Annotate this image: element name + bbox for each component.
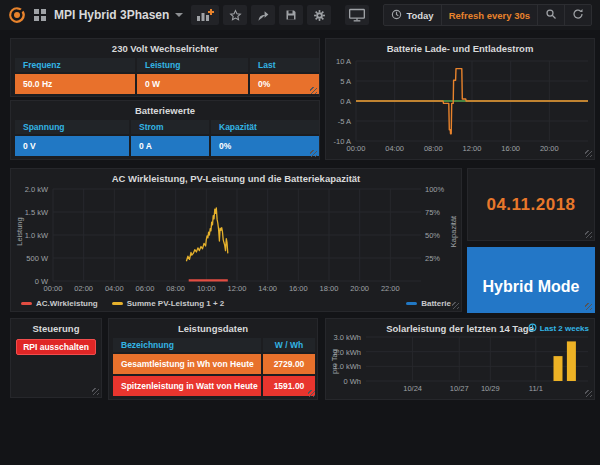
axis-tick-label: 100% <box>425 185 449 194</box>
value-cell-last: 0% <box>250 74 319 94</box>
y-axis-label-left: Leistung <box>15 202 24 262</box>
column-header[interactable]: Last <box>250 58 319 72</box>
column-header[interactable]: Spannung <box>15 120 129 134</box>
axis-tick-label: 2.0 kW <box>11 185 48 194</box>
resize-handle[interactable] <box>308 390 315 397</box>
axis-tick-label: -5 A <box>326 117 351 126</box>
resize-handle[interactable] <box>585 150 592 157</box>
refresh-icon <box>572 8 584 22</box>
axis-tick-label: 02:00 <box>69 284 99 293</box>
refresh-button[interactable] <box>565 5 591 25</box>
legend-swatch <box>112 302 123 305</box>
y-axis-label-right: Kapazität <box>449 202 458 262</box>
resize-handle[interactable] <box>310 150 317 157</box>
axis-tick-label: 11/1 <box>521 384 551 393</box>
legend-item-pv-leistung[interactable]: Summe PV-Leistung 1 + 2 <box>112 299 225 308</box>
add-panel-button[interactable] <box>191 5 219 25</box>
row-label-gesamtleistung: Gesamtleistung in Wh von Heute <box>113 354 261 374</box>
axis-tick-label: 18:00 <box>314 284 344 293</box>
inverter-table: Frequenz Leistung Last 50.0 Hz 0 W 0% <box>15 58 315 94</box>
resize-handle[interactable] <box>92 388 99 395</box>
resize-handle[interactable] <box>452 302 459 309</box>
legend-swatch <box>21 302 32 305</box>
tv-mode-button[interactable] <box>345 5 369 25</box>
axis-tick-label: 16:00 <box>283 284 313 293</box>
panel-datum: 04.11.2018 <box>467 168 595 241</box>
legend-label: AC.Wirkleistung <box>36 299 98 308</box>
panel-title[interactable]: Batteriewerte <box>11 105 319 117</box>
settings-button[interactable] <box>307 5 331 25</box>
axis-tick-label: 50% <box>425 231 449 240</box>
time-range-button[interactable]: Today <box>384 5 440 25</box>
refresh-interval-button[interactable]: Refresh every 30s <box>442 5 537 25</box>
row-value-gesamtleistung: 2729.00 <box>263 354 315 374</box>
save-button[interactable] <box>279 5 303 25</box>
battery-current-chart[interactable]: 10 A5 A0 A-5 A-10 A00:0004:0008:0012:001… <box>326 53 594 159</box>
battery-table: Spannung Strom Kapazität 0 V 0 A 0% <box>15 120 315 156</box>
panel-hybrid-mode: Hybrid Mode <box>467 247 595 313</box>
value-cell-leistung: 0 W <box>137 74 248 94</box>
axis-tick-label: 04:00 <box>380 144 410 153</box>
star-button[interactable] <box>223 5 247 25</box>
column-header[interactable]: Bezeichnung <box>113 338 261 352</box>
chevron-down-icon <box>175 13 183 17</box>
resize-handle[interactable] <box>585 390 592 397</box>
rpi-ausschalten-button[interactable]: RPI ausschalten <box>16 339 96 355</box>
time-range-link-label: Last 2 weeks <box>540 324 589 333</box>
mode-value: Hybrid Mode <box>468 278 594 296</box>
axis-tick-label: 14:00 <box>253 284 283 293</box>
legend-item-batterie[interactable]: Batterie <box>406 299 451 308</box>
axis-tick-label: 10/27 <box>444 384 474 393</box>
grafana-dashboard: MPI Hybrid 3Phasen <box>0 0 600 465</box>
dashboard-title: MPI Hybrid 3Phasen <box>54 8 169 22</box>
axis-tick-label: 00:00 <box>38 284 68 293</box>
legend-label: Summe PV-Leistung 1 + 2 <box>127 299 225 308</box>
chart-legend: AC.Wirkleistung Summe PV-Leistung 1 + 2 … <box>11 299 461 308</box>
axis-tick-label: 0 A <box>326 97 351 106</box>
axis-tick-label: 10 A <box>326 57 351 66</box>
column-header[interactable]: W / Wh <box>263 338 315 352</box>
panel-solarleistung-chart: Solarleistung der letzten 14 Tage Last 2… <box>325 318 595 400</box>
axis-tick-label: 04:00 <box>99 284 129 293</box>
zoom-out-button[interactable] <box>538 5 564 25</box>
column-header[interactable]: Strom <box>131 120 209 134</box>
panel-title[interactable]: 230 Volt Wechselrichter <box>11 43 319 55</box>
ac-pv-chart[interactable]: 2.0 kW1.5 kW1.0 kW500 W0 W100%75%50%25%0… <box>11 183 461 297</box>
column-header[interactable]: Kapazität <box>211 120 319 134</box>
grafana-logo-icon[interactable] <box>8 6 26 24</box>
panel-batteriewerte: Batteriewerte Spannung Strom Kapazität 0… <box>10 100 320 160</box>
refresh-interval-label: Refresh every 30s <box>449 10 530 21</box>
share-button[interactable] <box>251 5 275 25</box>
value-cell-kapazitaet: 0% <box>211 136 319 156</box>
axis-tick-label: 08:00 <box>161 284 191 293</box>
dashboard-title-dropdown[interactable]: MPI Hybrid 3Phasen <box>54 8 183 22</box>
panel-title[interactable]: Leistungsdaten <box>109 323 317 335</box>
axis-tick-label: 25% <box>425 254 449 263</box>
axis-tick-label: 00:00 <box>341 144 371 153</box>
column-header[interactable]: Frequenz <box>15 58 135 72</box>
axis-tick-label: 12:00 <box>457 144 487 153</box>
resize-handle[interactable] <box>585 303 592 310</box>
leistungsdaten-table: Bezeichnung W / Wh Gesamtleistung in Wh … <box>113 338 313 396</box>
resize-handle[interactable] <box>585 231 592 238</box>
y-axis-label: pro Tag <box>330 339 339 385</box>
row-label-spitzenleistung: Spitzenleistung in Watt von Heute <box>113 376 261 396</box>
search-icon <box>545 8 557 22</box>
axis-tick-label: 20:00 <box>534 144 564 153</box>
axis-tick-label: 20:00 <box>345 284 375 293</box>
value-cell-strom: 0 A <box>131 136 209 156</box>
legend-item-ac-wirkleistung[interactable]: AC.Wirkleistung <box>21 299 98 308</box>
navbar: MPI Hybrid 3Phasen <box>0 0 600 30</box>
axis-tick-label: 10/29 <box>475 384 505 393</box>
panel-ac-pv-chart: AC Wirkleistung, PV-Leistung und die Bat… <box>10 168 462 312</box>
axis-tick-label: 22:00 <box>375 284 405 293</box>
panel-title[interactable]: Steuerung <box>11 323 101 335</box>
column-header[interactable]: Leistung <box>137 58 248 72</box>
axis-tick-label: 10/24 <box>398 384 428 393</box>
resize-handle[interactable] <box>310 87 317 94</box>
axis-tick-label: 10:00 <box>191 284 221 293</box>
axis-tick-label: 08:00 <box>418 144 448 153</box>
solar-chart[interactable]: 3.0 kWh2.0 kWh1.0 kWh0 Wh10/2410/2710/29… <box>326 333 594 399</box>
panel-batteriestrom-chart: Batterie Lade- und Entladestrom 10 A5 A0… <box>325 38 595 160</box>
dashboards-grid-icon[interactable] <box>33 8 47 22</box>
